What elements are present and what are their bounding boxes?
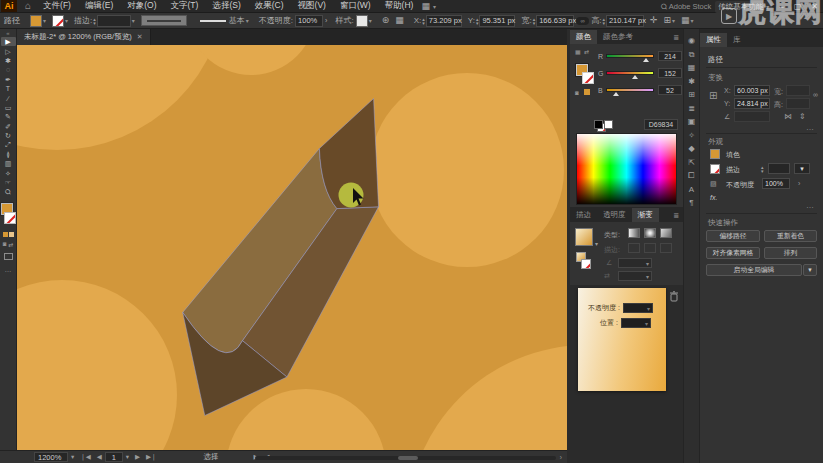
menu-file[interactable]: 文件(F): [37, 0, 77, 12]
constrain-proportions-icon[interactable]: ∞: [576, 17, 589, 25]
default-colors-icon[interactable]: ◙: [575, 90, 579, 96]
white-swatch[interactable]: [604, 120, 613, 129]
global-edit-dropdown-button[interactable]: ▾: [803, 264, 817, 276]
rectangle-tool[interactable]: ▭: [1, 103, 16, 112]
hand-tool[interactable]: ☞: [1, 178, 16, 187]
zoom-tool[interactable]: Ϙ: [1, 187, 16, 196]
next-artboard-icon[interactable]: ▶: [132, 453, 143, 461]
more-transform-options-icon[interactable]: …: [806, 123, 815, 132]
magic-wand-tool[interactable]: ✱: [1, 56, 16, 65]
menu-object[interactable]: 对象(O): [121, 0, 162, 12]
scroll-right-icon[interactable]: ›: [557, 454, 565, 461]
stop-opacity-select[interactable]: ▾: [623, 303, 653, 313]
document-tab[interactable]: 未标题-2* @ 1200% (RGB/预览) ✕: [17, 29, 151, 45]
gradient-stroke-proxy[interactable]: [581, 259, 591, 269]
fill-stroke-proxy[interactable]: [0, 203, 17, 229]
isolate-icon[interactable]: ⊞: [663, 16, 671, 25]
y-input[interactable]: 24.814 px: [734, 98, 770, 109]
edit-toolbar-icon[interactable]: …: [5, 266, 12, 273]
width-input[interactable]: 166.639 px: [536, 15, 574, 27]
red-channel-value[interactable]: 214: [658, 51, 682, 61]
stroke-swatch[interactable]: [710, 164, 720, 174]
red-channel-slider[interactable]: [606, 54, 654, 58]
fill-dropdown-icon[interactable]: ▾: [43, 17, 46, 24]
y-input[interactable]: 95.351 px: [479, 15, 515, 27]
tab-stroke[interactable]: 描边: [570, 208, 597, 222]
x-stepper[interactable]: ▴▾: [422, 17, 425, 25]
opacity-input[interactable]: 100%: [762, 178, 790, 189]
hex-value-input[interactable]: D69834: [644, 119, 678, 130]
paintbrush-tool[interactable]: ✎: [1, 112, 16, 121]
panel-menu-icon[interactable]: ≣: [669, 212, 683, 222]
flip-vertical-icon[interactable]: ⇕: [799, 113, 806, 121]
blue-channel-value[interactable]: 52: [658, 85, 682, 95]
radial-gradient-button[interactable]: [644, 228, 656, 238]
selection-tool[interactable]: ▶: [1, 37, 16, 46]
width-profile-select[interactable]: [141, 15, 187, 26]
minimize-button[interactable]: –: [776, 2, 786, 11]
stroke-weight-stepper[interactable]: ▴▾: [761, 165, 764, 173]
stock-search[interactable]: Ϙ Adobe Stock: [661, 2, 711, 11]
document-setup-icon[interactable]: ⊛: [382, 16, 390, 25]
style-swatch[interactable]: [356, 15, 368, 27]
asset-export-panel-icon[interactable]: ⇱: [688, 159, 695, 167]
menu-type[interactable]: 文字(T): [165, 0, 205, 12]
menu-view[interactable]: 视图(V): [292, 0, 332, 12]
arrange-button[interactable]: 排列: [764, 247, 817, 259]
artboards-panel-icon[interactable]: ⊞: [688, 91, 695, 99]
default-colors-icon[interactable]: ◙: [3, 241, 7, 248]
x-input[interactable]: 73.209 px: [426, 15, 462, 27]
height-input[interactable]: [786, 98, 810, 109]
tab-properties[interactable]: 属性: [700, 33, 727, 47]
artboard-number-select[interactable]: 1: [105, 452, 123, 462]
lasso-tool[interactable]: ◌: [1, 65, 16, 74]
gradient-swatch[interactable]: [575, 228, 593, 246]
tab-libraries[interactable]: 库: [727, 33, 747, 47]
app-logo[interactable]: Ai: [1, 0, 17, 12]
opacity-expand-icon[interactable]: ›: [798, 180, 800, 187]
close-button[interactable]: ✕: [808, 2, 821, 11]
menu-effect[interactable]: 效果(C): [249, 0, 290, 12]
stroke-weight-dropdown-icon[interactable]: ▾: [132, 17, 135, 24]
panel-menu-icon[interactable]: ≣: [669, 34, 683, 44]
flip-horizontal-icon[interactable]: ⋈: [784, 113, 792, 121]
recolor-button[interactable]: 重新着色: [764, 230, 817, 242]
freeform-gradient-button[interactable]: [660, 228, 672, 238]
zoom-level-select[interactable]: 1200%: [34, 452, 68, 462]
green-channel-slider[interactable]: [606, 71, 654, 75]
rotate-angle-select[interactable]: [734, 111, 770, 122]
gradient-angle-select[interactable]: ▾: [618, 258, 652, 268]
style-dropdown-icon[interactable]: ▾: [369, 17, 372, 24]
swap-colors-icon[interactable]: ⇄: [8, 241, 13, 248]
height-stepper[interactable]: ▴▾: [602, 17, 605, 25]
pencil-tool[interactable]: ✐: [1, 122, 16, 131]
last-color-swatch[interactable]: [584, 89, 590, 95]
fill-color-swatch[interactable]: [30, 15, 42, 27]
pen-tool[interactable]: ✒: [1, 75, 16, 84]
stroke-dropdown-icon[interactable]: ▾: [65, 17, 68, 24]
artboard-canvas[interactable]: [17, 45, 567, 450]
linear-gradient-button[interactable]: [628, 228, 640, 238]
first-artboard-icon[interactable]: ❘◀: [77, 453, 93, 461]
tab-color-guide[interactable]: 颜色参考: [597, 30, 639, 44]
collapse-toolbar-icon[interactable]: «: [6, 29, 9, 37]
height-input[interactable]: 210.147 px: [606, 15, 644, 27]
reference-point-locator[interactable]: ⊞: [709, 91, 717, 101]
stroke-proxy-swatch[interactable]: [4, 212, 16, 224]
libraries-panel-icon[interactable]: ⧉: [689, 51, 695, 59]
effects-button[interactable]: fx.: [710, 194, 717, 201]
zoom-dropdown-icon[interactable]: ▾: [68, 453, 77, 461]
align-panel-icon[interactable]: ▣: [688, 118, 696, 126]
y-stepper[interactable]: ▴▾: [476, 17, 479, 25]
green-channel-value[interactable]: 152: [658, 68, 682, 78]
prev-artboard-icon[interactable]: ◀: [94, 453, 105, 461]
transform-icon[interactable]: ✛: [650, 16, 658, 25]
swap-colors-icon[interactable]: ⇄: [584, 48, 589, 55]
menu-window[interactable]: 窗口(W): [334, 0, 377, 12]
rotate-tool[interactable]: ↻: [1, 131, 16, 140]
color-none-swatches[interactable]: [3, 232, 14, 237]
stroke-weight-stepper[interactable]: ▴▾: [93, 17, 96, 25]
x-input[interactable]: 60.003 px: [734, 85, 770, 96]
line-tool[interactable]: ∕: [1, 93, 16, 102]
last-color-swatch[interactable]: [3, 232, 8, 237]
